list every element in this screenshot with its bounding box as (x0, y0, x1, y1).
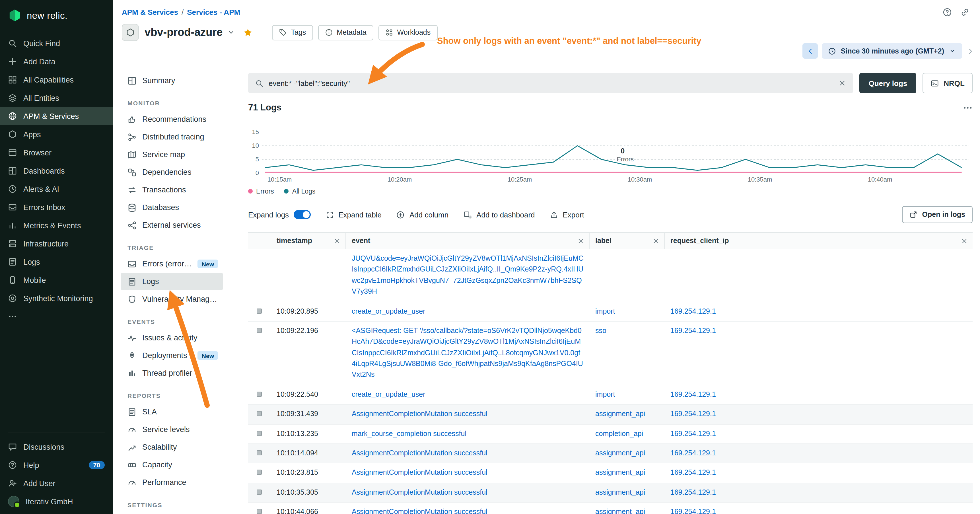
legend-item-errors[interactable]: Errors (248, 188, 274, 195)
event-link[interactable]: AssignmentCompletionMutation successful (352, 469, 487, 477)
log-row[interactable]: 10:09:20.895create_or_update_userimport1… (248, 302, 973, 321)
entity-nav-item-deployments[interactable]: DeploymentsNew (121, 347, 223, 364)
brand[interactable]: new relic. (0, 0, 113, 30)
favorite-star-icon[interactable] (243, 28, 253, 37)
global-nav-item-discussions[interactable]: Discussions (0, 438, 113, 456)
log-row[interactable]: 10:10:14.094AssignmentCompletionMutation… (248, 444, 973, 464)
row-handle-icon[interactable] (257, 308, 262, 313)
entity-nav-item-logs[interactable]: Logs (121, 273, 223, 290)
row-handle-icon[interactable] (257, 411, 262, 416)
clear-query-icon[interactable] (838, 79, 846, 87)
request-ip-link[interactable]: 169.254.129.1 (670, 307, 716, 315)
row-handle-icon[interactable] (257, 328, 262, 333)
breadcrumb-link[interactable]: Services - APM (187, 8, 240, 16)
request-ip-link[interactable]: 169.254.129.1 (670, 410, 716, 418)
entity-nav-item-service-map[interactable]: Service map (121, 146, 223, 163)
column-header-label[interactable]: label (590, 233, 665, 249)
event-link[interactable]: <ASGIRequest: GET '/sso/callback/?state=… (352, 327, 583, 379)
global-nav-item-browser[interactable]: Browser (0, 143, 113, 162)
label-link[interactable]: assignment_api (595, 488, 645, 496)
request-ip-link[interactable]: 169.254.129.1 (670, 508, 716, 514)
entity-nav-item-dependencies[interactable]: Dependencies (121, 163, 223, 181)
permalink-icon[interactable] (960, 7, 970, 17)
entity-dropdown-caret[interactable] (228, 29, 235, 37)
global-nav-item-synthetic-monitoring[interactable]: Synthetic Monitoring (0, 289, 113, 307)
global-nav-item-add-user[interactable]: Add User (0, 474, 113, 492)
label-link[interactable]: import (595, 307, 615, 315)
legend-item-all-logs[interactable]: All Logs (284, 188, 315, 195)
query-input[interactable] (269, 79, 833, 88)
label-link[interactable]: assignment_api (595, 410, 645, 418)
expand-table-button[interactable]: Expand table (325, 210, 382, 219)
entity-nav-item-errors-errors-inb[interactable]: Errors (errors inb...New (121, 255, 223, 273)
global-nav-item-mobile[interactable]: Mobile (0, 271, 113, 289)
label-link[interactable]: import (595, 390, 615, 398)
event-link[interactable]: mark_course_completion successful (352, 430, 466, 438)
label-link[interactable]: assignment_api (595, 469, 645, 477)
global-nav-item-metrics-events[interactable]: Metrics & Events (0, 216, 113, 234)
global-nav-item-quick-find[interactable]: Quick Find (0, 34, 113, 53)
entity-nav-item-databases[interactable]: Databases (121, 199, 223, 216)
event-link[interactable]: AssignmentCompletionMutation successful (352, 488, 487, 496)
request-ip-link[interactable]: 169.254.129.1 (670, 488, 716, 496)
entity-nav-item-summary[interactable]: Summary (121, 72, 223, 89)
tags-button[interactable]: Tags (272, 25, 313, 40)
request-ip-link[interactable]: 169.254.129.1 (670, 430, 716, 438)
metadata-button[interactable]: Metadata (318, 25, 373, 40)
log-row[interactable]: 10:10:35.305AssignmentCompletionMutation… (248, 483, 973, 503)
add-to-dashboard-button[interactable]: Add to dashboard (463, 210, 535, 219)
label-link[interactable]: completion_api (595, 430, 643, 438)
event-link[interactable]: create_or_update_user (352, 307, 425, 315)
log-row[interactable]: 10:10:13.235mark_course_completion succe… (248, 424, 973, 444)
time-back-button[interactable] (803, 43, 818, 59)
global-nav-item-apps[interactable]: Apps (0, 125, 113, 143)
row-handle-icon[interactable] (257, 509, 262, 514)
more-options-button[interactable] (963, 103, 973, 112)
event-link[interactable]: create_or_update_user (352, 390, 425, 398)
event-link[interactable]: AssignmentCompletionMutation successful (352, 508, 487, 514)
entity-nav-item-scalability[interactable]: Scalability (121, 438, 223, 456)
entity-nav-item-external-services[interactable]: External services (121, 216, 223, 234)
event-link[interactable]: AssignmentCompletionMutation successful (352, 449, 487, 457)
row-handle-icon[interactable] (257, 431, 262, 436)
logs-volume-chart[interactable]: 05101510:15am10:20am10:25am10:30am10:35a… (248, 118, 973, 185)
workloads-button[interactable]: Workloads (379, 25, 438, 40)
global-nav-item-infrastructure[interactable]: Infrastructure (0, 234, 113, 253)
entity-nav-item-transactions[interactable]: Transactions (121, 181, 223, 199)
global-nav-item-dashboards[interactable]: Dashboards (0, 162, 113, 180)
log-row[interactable]: 10:10:44.066AssignmentCompletionMutation… (248, 503, 973, 514)
help-icon[interactable] (942, 7, 952, 17)
entity-nav-item-distributed-tracing[interactable]: Distributed tracing (121, 128, 223, 146)
column-header-event[interactable]: event (346, 233, 590, 249)
request-ip-link[interactable]: 169.254.129.1 (670, 469, 716, 477)
entity-nav-item-performance[interactable]: Performance (121, 474, 223, 491)
entity-nav-item-sla[interactable]: SLA (121, 403, 223, 421)
global-nav-item-add-data[interactable]: Add Data (0, 53, 113, 71)
time-picker[interactable]: Since 30 minutes ago (GMT+2) (822, 43, 963, 59)
column-header-request-client-ip[interactable]: request_client_ip (665, 233, 973, 249)
label-link[interactable]: assignment_api (595, 508, 645, 514)
request-ip-link[interactable]: 169.254.129.1 (670, 390, 716, 398)
row-handle-icon[interactable] (257, 489, 262, 494)
label-link[interactable]: sso (595, 327, 606, 335)
breadcrumb-link[interactable]: APM & Services (122, 8, 178, 16)
event-link[interactable]: AssignmentCompletionMutation successful (352, 410, 487, 418)
nrql-button[interactable]: NRQL (923, 73, 973, 93)
expand-logs-control[interactable]: Expand logs (248, 210, 310, 219)
entity-name[interactable]: vbv-prod-azure (145, 26, 223, 39)
log-row[interactable]: 10:10:23.815AssignmentCompletionMutation… (248, 464, 973, 483)
global-nav-item-all-entities[interactable]: All Entities (0, 89, 113, 107)
row-handle-icon[interactable] (257, 470, 262, 475)
row-handle-icon[interactable] (257, 450, 262, 455)
global-nav-item-iterativ-gmbh[interactable]: Iterativ GmbH (0, 492, 113, 511)
export-button[interactable]: Export (550, 210, 584, 219)
entity-nav-item-thread-profiler[interactable]: Thread profiler (121, 364, 223, 382)
log-row[interactable]: 10:09:22.540create_or_update_userimport1… (248, 385, 973, 405)
event-link[interactable]: JUQVU&code=eyJraWQiOiJjcGltY29yZV8wOTl1M… (352, 255, 584, 295)
log-row[interactable]: 10:09:31.439AssignmentCompletionMutation… (248, 405, 973, 424)
request-ip-link[interactable]: 169.254.129.1 (670, 327, 716, 335)
entity-nav-item-recommendations[interactable]: Recommendations (121, 110, 223, 128)
global-nav-item-help[interactable]: Help70 (0, 456, 113, 474)
entity-nav-item-vulnerability-management[interactable]: Vulnerability Management (121, 290, 223, 308)
global-nav-item-errors-inbox[interactable]: Errors Inbox (0, 198, 113, 216)
